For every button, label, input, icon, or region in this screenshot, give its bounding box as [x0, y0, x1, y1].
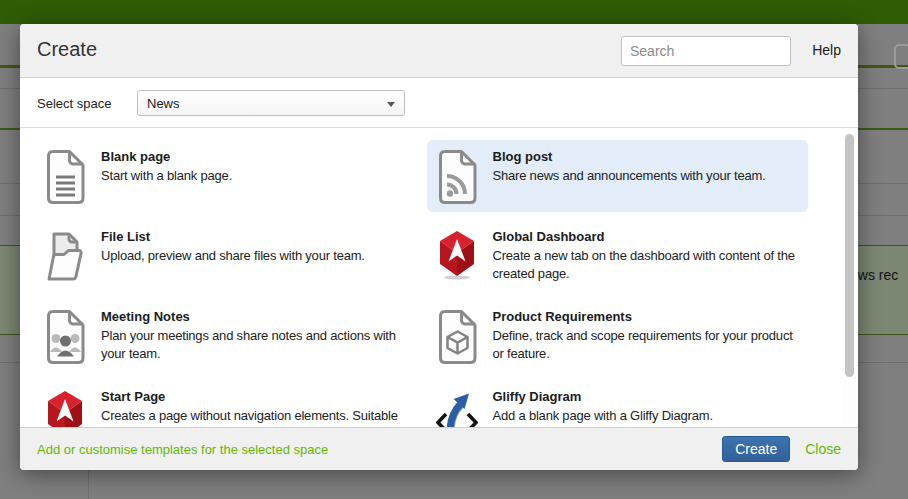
product-requirements-icon — [435, 310, 479, 364]
help-link[interactable]: Help — [812, 42, 841, 58]
background-top-bar — [0, 0, 908, 24]
template-item-meeting-notes[interactable]: Meeting Notes Plan your meetings and sha… — [35, 300, 417, 372]
meeting-notes-icon — [43, 310, 87, 364]
template-description: Start with a blank page. — [101, 167, 413, 185]
template-item-start-page[interactable]: Start Page Creates a page without naviga… — [35, 380, 417, 427]
template-description: Creates a page without navigation elemen… — [101, 407, 413, 425]
footer-actions: Create Close — [722, 436, 841, 462]
blog-post-icon — [435, 150, 479, 204]
template-description: Add a blank page with a Gliffy Diagram. — [493, 407, 805, 425]
template-item-gliffy-diagram[interactable]: Gliffy Diagram Add a blank page with a G… — [427, 380, 809, 427]
template-title: Gliffy Diagram — [493, 389, 805, 404]
template-title: Blog post — [493, 149, 805, 164]
template-title: Meeting Notes — [101, 309, 413, 324]
customise-templates-link[interactable]: Add or customise templates for the selec… — [37, 442, 328, 457]
gliffy-diagram-icon — [435, 390, 479, 427]
blank-page-icon — [43, 150, 87, 204]
global-dashboard-icon — [435, 230, 479, 280]
background-divider — [88, 470, 89, 499]
start-page-icon — [43, 390, 87, 427]
chevron-down-icon — [387, 102, 395, 107]
close-link[interactable]: Close — [805, 441, 841, 457]
template-title: Start Page — [101, 389, 413, 404]
template-description: Plan your meetings and share notes and a… — [101, 327, 413, 364]
create-dialog: Create Help Select space News Blank page… — [20, 24, 858, 470]
space-selector-row: Select space News — [20, 78, 858, 128]
template-item-product-requirements[interactable]: Product Requirements Define, track and s… — [427, 300, 809, 372]
template-item-file-list[interactable]: File List Upload, preview and share file… — [35, 220, 417, 292]
template-item-blog-post[interactable]: Blog post Share news and announcements w… — [427, 140, 809, 212]
dialog-footer: Add or customise templates for the selec… — [20, 427, 858, 470]
template-item-global-dashboard[interactable]: Global Dashboard Create a new tab on the… — [427, 220, 809, 292]
scrollbar-thumb[interactable] — [845, 134, 854, 377]
search-input[interactable] — [621, 36, 791, 66]
dialog-title: Create — [37, 38, 97, 61]
template-description: Share news and announcements with your t… — [493, 167, 805, 185]
select-space-label: Select space — [37, 96, 111, 111]
template-description: Define, track and scope requirements for… — [493, 327, 805, 364]
template-list: Blank page Start with a blank page. Blog… — [20, 128, 858, 427]
background-corner-button — [894, 44, 908, 69]
template-description: Upload, preview and share files with you… — [101, 247, 413, 265]
template-title: Global Dashboard — [493, 229, 805, 244]
template-title: Product Requirements — [493, 309, 805, 324]
selected-space-value: News — [147, 96, 180, 111]
template-title: Blank page — [101, 149, 413, 164]
dialog-header: Create Help — [20, 24, 858, 78]
template-title: File List — [101, 229, 413, 244]
space-select-dropdown[interactable]: News — [137, 90, 405, 116]
template-description: Create a new tab on the dashboard with c… — [493, 247, 805, 284]
create-button[interactable]: Create — [722, 436, 790, 462]
file-list-icon — [43, 230, 87, 284]
scrollbar-track[interactable] — [843, 130, 856, 424]
template-item-blank-page[interactable]: Blank page Start with a blank page. — [35, 140, 417, 212]
